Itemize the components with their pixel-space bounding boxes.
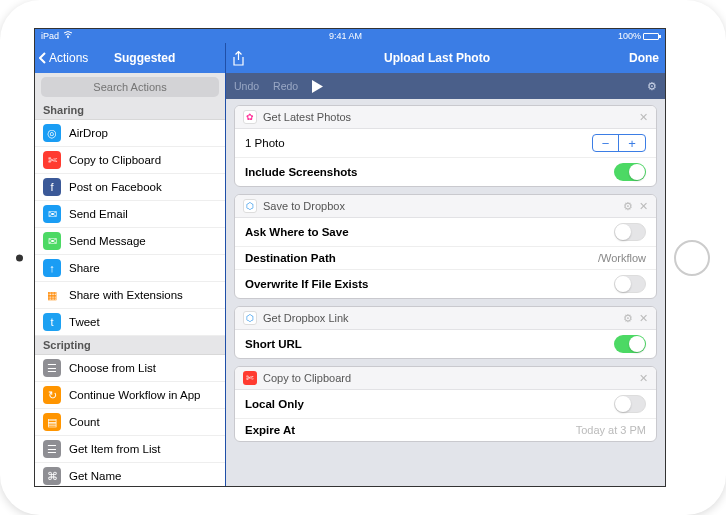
card-close-icon[interactable]: ✕: [639, 312, 648, 325]
card-close-icon[interactable]: ✕: [639, 200, 648, 213]
toggle-switch[interactable]: [614, 275, 646, 293]
action-label: Continue Workflow in App: [69, 389, 200, 401]
action-item[interactable]: ◎AirDrop: [35, 120, 225, 147]
home-button[interactable]: [674, 240, 710, 276]
card-icon: ⬡: [243, 311, 257, 325]
action-item[interactable]: ↻Continue Workflow in App: [35, 382, 225, 409]
action-label: Send Email: [69, 208, 128, 220]
settings-icon[interactable]: ⚙: [647, 80, 657, 92]
status-bar: iPad 9:41 AM 100%: [35, 29, 665, 43]
card-settings-icon[interactable]: ⚙: [623, 200, 633, 213]
row-label: Include Screenshots: [245, 166, 614, 178]
workflow-card: ✿Get Latest Photos✕1 Photo−+Include Scre…: [234, 105, 657, 187]
action-label: Get Name: [69, 470, 121, 482]
card-header: ⬡Save to Dropbox⚙✕: [235, 195, 656, 218]
action-item[interactable]: ▦Share with Extensions: [35, 282, 225, 309]
row-label: Expire At: [245, 424, 576, 436]
main-header: Upload Last Photo Done: [226, 43, 665, 73]
card-icon: ⬡: [243, 199, 257, 213]
section-header: Scripting: [35, 336, 225, 355]
action-item[interactable]: fPost on Facebook: [35, 174, 225, 201]
toggle-switch[interactable]: [614, 163, 646, 181]
action-icon: f: [43, 178, 61, 196]
search-input[interactable]: [41, 77, 219, 97]
card-row: Expire AtToday at 3 PM: [235, 419, 656, 441]
row-label: Overwrite If File Exists: [245, 278, 614, 290]
action-icon: ✉: [43, 232, 61, 250]
action-item[interactable]: ☰Choose from List: [35, 355, 225, 382]
redo-button[interactable]: Redo: [273, 80, 298, 92]
action-item[interactable]: ✄Copy to Clipboard: [35, 147, 225, 174]
toggle-switch[interactable]: [614, 395, 646, 413]
action-label: Choose from List: [69, 362, 156, 374]
action-label: Count: [69, 416, 100, 428]
action-icon: ▤: [43, 413, 61, 431]
card-row: Overwrite If File Exists: [235, 270, 656, 298]
toggle-switch[interactable]: [614, 223, 646, 241]
search-wrap: [35, 73, 225, 101]
action-label: Share: [69, 262, 100, 274]
action-icon: ▦: [43, 286, 61, 304]
action-item[interactable]: ⌘Get Name: [35, 463, 225, 486]
card-header: ✿Get Latest Photos✕: [235, 106, 656, 129]
action-item[interactable]: ☰Get Item from List: [35, 436, 225, 463]
clock: 9:41 AM: [73, 31, 618, 41]
card-row: Destination Path/Workflow: [235, 247, 656, 270]
stepper[interactable]: −+: [592, 134, 646, 152]
action-icon: ◎: [43, 124, 61, 142]
card-title: Get Latest Photos: [263, 111, 351, 123]
toggle-switch[interactable]: [614, 335, 646, 353]
done-button[interactable]: Done: [629, 51, 659, 65]
undo-button[interactable]: Undo: [234, 80, 259, 92]
workflow-title: Upload Last Photo: [245, 51, 629, 65]
card-row: Local Only: [235, 390, 656, 419]
row-label: Destination Path: [245, 252, 598, 264]
row-label: Ask Where to Save: [245, 226, 614, 238]
row-value: /Workflow: [598, 252, 646, 264]
camera-dot: [16, 254, 23, 261]
workflow-card: ⬡Get Dropbox Link⚙✕Short URL: [234, 306, 657, 359]
workflow-card: ⬡Save to Dropbox⚙✕Ask Where to SaveDesti…: [234, 194, 657, 299]
share-icon[interactable]: [232, 51, 245, 66]
action-icon: t: [43, 313, 61, 331]
action-label: Get Item from List: [69, 443, 160, 455]
row-label: Short URL: [245, 338, 614, 350]
card-icon: ✿: [243, 110, 257, 124]
card-row: 1 Photo−+: [235, 129, 656, 158]
card-settings-icon[interactable]: ⚙: [623, 312, 633, 325]
action-icon: ⌘: [43, 467, 61, 485]
sidebar-title: Suggested: [68, 51, 221, 65]
main-panel: Upload Last Photo Done Undo Redo ⚙ ✿Get …: [225, 43, 665, 486]
action-item[interactable]: tTweet: [35, 309, 225, 336]
wifi-icon: [63, 31, 73, 41]
action-icon: ↻: [43, 386, 61, 404]
card-title: Save to Dropbox: [263, 200, 345, 212]
card-row: Short URL: [235, 330, 656, 358]
card-close-icon[interactable]: ✕: [639, 372, 648, 385]
workflow-card: ✄Copy to Clipboard✕Local OnlyExpire AtTo…: [234, 366, 657, 442]
action-label: Tweet: [69, 316, 100, 328]
action-item[interactable]: ✉Send Email: [35, 201, 225, 228]
card-header: ⬡Get Dropbox Link⚙✕: [235, 307, 656, 330]
sidebar: Actions Suggested Sharing◎AirDrop✄Copy t…: [35, 43, 225, 486]
action-label: AirDrop: [69, 127, 108, 139]
action-item[interactable]: ▤Count: [35, 409, 225, 436]
play-button[interactable]: [312, 80, 647, 93]
action-icon: ☰: [43, 359, 61, 377]
card-close-icon[interactable]: ✕: [639, 111, 648, 124]
card-title: Get Dropbox Link: [263, 312, 349, 324]
action-item[interactable]: ✉Send Message: [35, 228, 225, 255]
card-header: ✄Copy to Clipboard✕: [235, 367, 656, 390]
stepper-minus[interactable]: −: [593, 135, 619, 151]
section-header: Sharing: [35, 101, 225, 120]
action-icon: ☰: [43, 440, 61, 458]
battery-icon: [643, 33, 659, 40]
stepper-plus[interactable]: +: [619, 135, 645, 151]
action-item[interactable]: ↑Share: [35, 255, 225, 282]
row-value[interactable]: Today at 3 PM: [576, 424, 646, 436]
svg-point-0: [67, 37, 69, 39]
action-label: Post on Facebook: [69, 181, 162, 193]
action-label: Send Message: [69, 235, 146, 247]
workflow-canvas: ✿Get Latest Photos✕1 Photo−+Include Scre…: [226, 99, 665, 486]
card-row: Include Screenshots: [235, 158, 656, 186]
